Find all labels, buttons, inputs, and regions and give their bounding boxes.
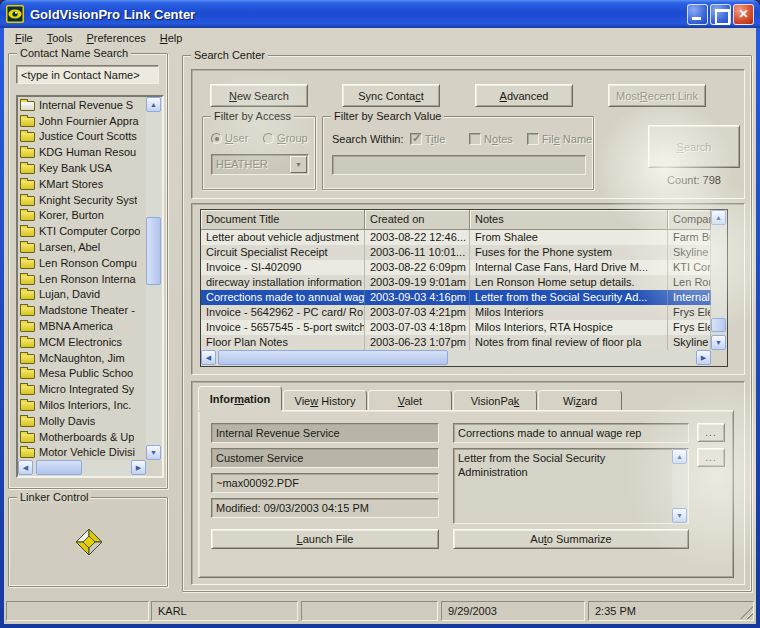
vscroll-thumb[interactable] <box>146 217 161 285</box>
result-count: Count: 798 <box>642 174 746 186</box>
contact-list-item[interactable]: Micro Integrated Sy <box>18 381 146 397</box>
scroll-down-button[interactable]: ▼ <box>672 508 687 523</box>
contact-list-item[interactable]: Korer, Burton <box>18 208 146 224</box>
contact-list-item[interactable]: John Fournier Appra <box>18 113 146 129</box>
contact-list-item[interactable]: Motherboards & Up <box>18 429 146 445</box>
cell-created-on: 2003-06-23 1:07pm <box>365 335 470 350</box>
close-button[interactable] <box>733 4 754 25</box>
most-recent-link-button[interactable]: Most Recent Link <box>608 84 706 107</box>
auto-summarize-button[interactable]: Auto Summarize <box>453 529 689 549</box>
contact-list-item[interactable]: Knight Security Syst <box>18 192 146 208</box>
folder-icon <box>20 433 35 443</box>
results-panel: Document TitleCreated onNotesCompany Let… <box>191 203 745 375</box>
contact-list-item[interactable]: KMart Stores <box>18 176 146 192</box>
tab[interactable]: Wizard <box>538 390 622 410</box>
title-checkbox-label: Title <box>425 133 445 145</box>
tab-strip: Information View History Valet VisionPak… <box>198 386 623 410</box>
document-title-field[interactable]: Corrections made to annual wage rep <box>453 423 689 443</box>
folder-icon <box>20 275 35 285</box>
user-radio[interactable]: User <box>211 132 248 144</box>
title-checkbox[interactable]: Title <box>410 133 445 145</box>
column-header[interactable]: Created on <box>365 210 470 230</box>
folder-icon <box>20 448 35 458</box>
menu-preferences[interactable]: Preferences <box>79 30 152 46</box>
contact-list-item[interactable]: Internal Revenue S <box>18 97 146 113</box>
tab[interactable]: VisionPak <box>453 390 537 410</box>
new-search-button[interactable]: New Search <box>210 84 308 107</box>
status-bar: KARL 9/29/2003 2:35 PM <box>4 601 756 622</box>
contact-list-item[interactable]: Len Ronson Interna <box>18 271 146 287</box>
folder-icon <box>20 401 35 411</box>
contact-list-item[interactable]: Key Bank USA <box>18 160 146 176</box>
column-header[interactable]: Document Title <box>201 210 365 230</box>
column-header[interactable]: Company <box>668 210 711 230</box>
scroll-left-button[interactable]: ◀ <box>18 460 33 475</box>
contact-name-search-group: Contact Name Search Internal Revenue S J… <box>8 53 168 489</box>
scroll-down-button[interactable]: ▼ <box>146 445 161 460</box>
table-row[interactable]: Floor Plan Notes 2003-06-23 1:07pm Notes… <box>201 335 711 350</box>
contact-list-item[interactable]: Len Ronson Compu <box>18 255 146 271</box>
maximize-button[interactable] <box>710 4 731 25</box>
table-row[interactable]: Circuit Specialist Receipt 2003-06-11 10… <box>201 245 711 260</box>
scroll-up-button[interactable]: ▲ <box>672 449 687 464</box>
contact-list-item[interactable]: KTI Computer Corpo <box>18 223 146 239</box>
table-row[interactable]: direcway installation information 2003-0… <box>201 275 711 290</box>
column-header[interactable]: Notes <box>470 210 668 230</box>
dropdown-arrow-icon[interactable]: ▼ <box>290 156 307 173</box>
linker-diamond-icon[interactable] <box>69 526 109 558</box>
notes-checkbox[interactable]: Notes <box>469 133 513 145</box>
minimize-button[interactable] <box>687 4 708 25</box>
table-row[interactable]: Invoice - SI-402090 2003-08-22 6:09pm In… <box>201 260 711 275</box>
launch-file-button[interactable]: Launch File <box>211 529 439 549</box>
contact-list-item[interactable]: Madstone Theater - <box>18 302 146 318</box>
contact-list-item[interactable]: Mesa Public Schoo <box>18 366 146 382</box>
menu-file[interactable]: File <box>8 30 40 46</box>
sync-contact-button[interactable]: Sync Contact <box>342 84 440 107</box>
contact-list-item[interactable]: MCM Electronics <box>18 334 146 350</box>
document-title-browse-button[interactable]: ... <box>697 423 725 442</box>
hscroll-thumb[interactable] <box>218 350 448 365</box>
search-button[interactable]: Search <box>648 125 740 168</box>
title-bar[interactable]: GoldVisionPro Link Center <box>0 0 760 28</box>
advanced-button[interactable]: Advanced <box>475 84 573 107</box>
contact-name-input[interactable] <box>16 65 159 84</box>
user-select[interactable]: HEATHER ▼ <box>211 154 309 175</box>
contact-list-item[interactable]: McNaughton, Jim <box>18 350 146 366</box>
scroll-down-button[interactable]: ▼ <box>711 335 726 350</box>
document-notes-browse-button[interactable]: ... <box>697 448 725 467</box>
contact-name: Micro Integrated Sy <box>39 383 134 395</box>
menu-tools[interactable]: Tools <box>40 30 80 46</box>
menu-bar: File Tools Preferences Help <box>4 28 756 48</box>
menu-help[interactable]: Help <box>153 30 190 46</box>
scroll-up-button[interactable]: ▲ <box>146 97 161 112</box>
folder-icon <box>20 180 35 190</box>
table-row[interactable]: Invoice - 5642962 - PC card/ Ro... 2003-… <box>201 305 711 320</box>
hscroll-thumb[interactable] <box>36 460 82 475</box>
vscroll-thumb[interactable] <box>711 318 726 332</box>
cell-notes: From Shalee <box>470 230 668 245</box>
contact-list-item[interactable]: MBNA America <box>18 318 146 334</box>
scroll-up-button[interactable]: ▲ <box>711 210 726 225</box>
group-radio[interactable]: Group <box>263 132 308 144</box>
tab[interactable]: Valet <box>368 390 452 410</box>
tab[interactable]: Information <box>198 386 282 410</box>
contact-list-item[interactable]: Lujan, David <box>18 287 146 303</box>
tab[interactable]: View History <box>283 390 367 410</box>
contact-list-item[interactable]: Motor Vehicle Divisi <box>18 445 146 460</box>
file-name-checkbox[interactable]: File Name <box>527 133 592 145</box>
table-row[interactable]: Letter about vehicle adjustment 2003-08-… <box>201 230 711 245</box>
contact-name: KTI Computer Corpo <box>39 225 140 237</box>
contact-list-item[interactable]: Molly Davis <box>18 413 146 429</box>
scroll-right-button[interactable]: ▶ <box>131 460 146 475</box>
scroll-left-button[interactable]: ◀ <box>201 350 216 365</box>
contact-name: McNaughton, Jim <box>39 352 125 364</box>
document-notes-textarea[interactable]: Letter from the Social Security Administ… <box>453 448 689 524</box>
contact-list-item[interactable]: Justice Court Scotts <box>18 129 146 145</box>
search-value-input[interactable] <box>332 155 586 175</box>
table-row[interactable]: Corrections made to annual wage... 2003-… <box>201 290 711 305</box>
contact-list-item[interactable]: Larsen, Abel <box>18 239 146 255</box>
table-row[interactable]: Invoice - 5657545 - 5-port switch/ 2003-… <box>201 320 711 335</box>
scroll-right-button[interactable]: ▶ <box>696 350 711 365</box>
contact-list-item[interactable]: Milos Interiors, Inc. <box>18 397 146 413</box>
contact-list-item[interactable]: KDG Human Resou <box>18 144 146 160</box>
